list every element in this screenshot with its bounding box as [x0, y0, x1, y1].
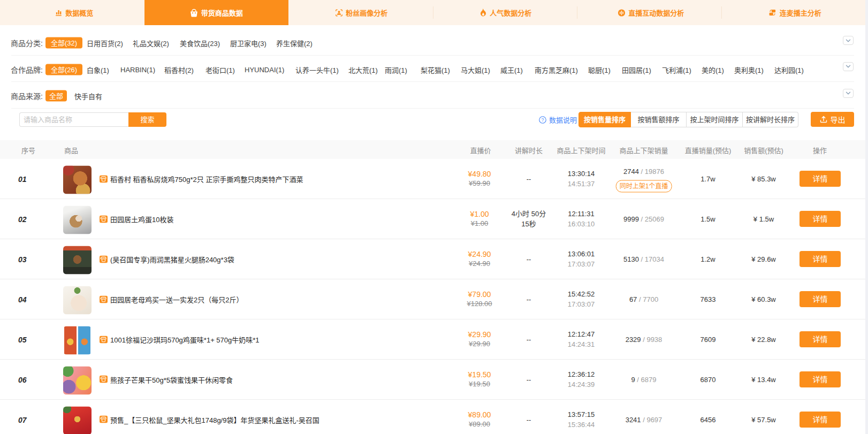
svg-text:?: ? — [542, 117, 544, 123]
